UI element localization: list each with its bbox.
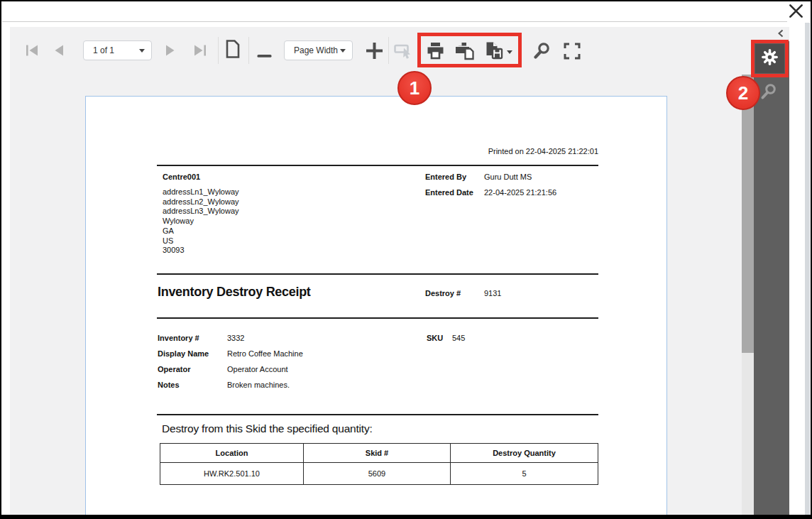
- entered-by-label: Entered By: [425, 173, 466, 181]
- address-line: GA: [163, 226, 239, 236]
- selection-pointer-icon: [394, 43, 415, 62]
- highlight-box-settings: [751, 40, 789, 77]
- display-name-label: Display Name: [158, 349, 209, 358]
- centre-name: Centre001: [163, 173, 200, 181]
- destroy-table: Location Skid # Destroy Quantity HW.RK2.…: [160, 443, 598, 485]
- first-page-button[interactable]: [26, 45, 40, 59]
- column-header-skid: Skid #: [304, 444, 451, 463]
- notes-value: Broken machines.: [227, 381, 290, 389]
- outer-scroll-strip: [805, 23, 810, 518]
- zoom-in-button[interactable]: [366, 42, 383, 62]
- destroy-number-label: Destroy #: [425, 289, 461, 297]
- report-page: Printed on 22-04-2025 21:22:01 Centre001…: [85, 96, 667, 518]
- address-line: addressLn1_Wyloway: [163, 187, 239, 197]
- inventory-label: Inventory #: [158, 334, 199, 342]
- horizontal-rule: [157, 317, 598, 319]
- toolbar-separator: [388, 37, 389, 64]
- zoom-out-button[interactable]: [257, 48, 272, 61]
- fit-page-button[interactable]: [224, 39, 241, 62]
- sidebar-rail: [754, 41, 789, 518]
- search-icon: [759, 82, 778, 104]
- callout-step-2: 2: [726, 76, 760, 110]
- plus-icon: [366, 42, 383, 62]
- fullscreen-button[interactable]: [563, 42, 581, 63]
- printed-on-text: Printed on 22-04-2025 21:22:01: [488, 147, 598, 155]
- minus-icon: [257, 48, 272, 61]
- sidebar-search-button[interactable]: [759, 84, 778, 102]
- report-viewer-dialog: 1 of 1: [0, 0, 812, 519]
- last-page-button[interactable]: [192, 45, 207, 59]
- horizontal-rule: [157, 414, 598, 415]
- cell-skid: 5609: [304, 463, 451, 485]
- display-name-value: Retro Coffee Machine: [227, 349, 303, 358]
- address-line: addressLn2_Wyloway: [163, 197, 239, 207]
- address-line: 30093: [163, 246, 239, 256]
- highlight-box-print-export: [417, 33, 522, 67]
- entered-by-value: Guru Dutt MS: [484, 173, 532, 181]
- table-row: HW.RK2.501.10 5609 5: [160, 463, 598, 485]
- collapse-sidebar-button[interactable]: [775, 28, 786, 40]
- table-header-row: Location Skid # Destroy Quantity: [160, 444, 598, 463]
- first-page-icon: [26, 45, 40, 59]
- toolbar-separator: [218, 37, 219, 64]
- fullscreen-icon: [563, 42, 581, 63]
- dialog-top-divider: [2, 21, 787, 22]
- search-button[interactable]: [532, 41, 552, 64]
- notes-label: Notes: [158, 381, 180, 389]
- callout-step-1: 1: [397, 71, 432, 105]
- next-page-button[interactable]: [164, 45, 175, 59]
- address-line: Wyloway: [163, 217, 239, 226]
- report-viewer-panel: 1 of 1: [10, 27, 789, 518]
- column-header-destroy-quantity: Destroy Quantity: [451, 444, 598, 463]
- column-header-location: Location: [160, 444, 304, 463]
- chevron-left-icon: [777, 28, 784, 40]
- toolbar-separator: [248, 37, 249, 64]
- destroy-number-value: 9131: [484, 289, 501, 297]
- toggle-selection-button-disabled[interactable]: [394, 43, 415, 62]
- next-page-icon: [164, 45, 175, 59]
- address-block: addressLn1_Wyloway addressLn2_Wyloway ad…: [163, 187, 239, 256]
- sku-value: 545: [452, 334, 465, 342]
- search-icon: [532, 41, 552, 64]
- address-line: US: [163, 236, 239, 246]
- entered-date-value: 22-04-2025 21:21:56: [484, 188, 556, 197]
- horizontal-rule: [157, 165, 598, 166]
- scrollbar-thumb[interactable]: [742, 75, 754, 353]
- close-icon: [788, 3, 804, 22]
- chevron-down-icon: [139, 49, 145, 53]
- table-heading: Destroy from this Skid the specified qua…: [162, 422, 373, 435]
- sku-label: SKU: [427, 334, 443, 342]
- entered-date-label: Entered Date: [425, 188, 473, 197]
- inventory-value: 3332: [227, 334, 244, 342]
- fit-page-icon: [224, 39, 241, 62]
- cell-location: HW.RK2.501.10: [160, 463, 304, 485]
- operator-value: Operator Account: [227, 365, 288, 373]
- horizontal-rule: [157, 273, 598, 275]
- page-number-select[interactable]: 1 of 1: [83, 40, 152, 60]
- operator-label: Operator: [158, 365, 190, 373]
- previous-page-icon: [54, 45, 65, 59]
- page-number-value: 1 of 1: [93, 45, 114, 55]
- last-page-icon: [192, 45, 207, 59]
- close-button[interactable]: [785, 2, 806, 22]
- zoom-mode-value: Page Width: [294, 45, 338, 55]
- address-line: addressLn3_Wyloway: [163, 207, 239, 217]
- previous-page-button[interactable]: [54, 45, 65, 59]
- chevron-down-icon: [340, 49, 346, 53]
- report-title: Inventory Destroy Receipt: [158, 285, 311, 300]
- zoom-mode-select[interactable]: Page Width: [284, 40, 353, 60]
- vertical-scrollbar[interactable]: [742, 75, 754, 518]
- viewer-toolbar: 1 of 1: [10, 27, 789, 75]
- cell-destroy-quantity: 5: [451, 463, 598, 485]
